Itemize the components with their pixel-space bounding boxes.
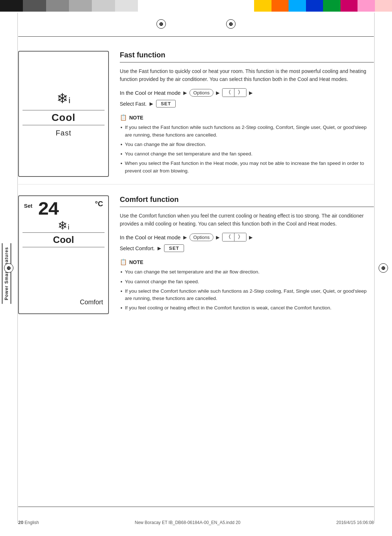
left-vline [17, 13, 18, 523]
footer-page: 20 English [18, 520, 39, 525]
right-vline [374, 13, 375, 523]
comfort-nav-arrows[interactable]: 〈 〉 [222, 233, 246, 241]
fast-nav-arrows[interactable]: 〈 〉 [222, 88, 246, 97]
comfort-step1-arrow3: ▶ [249, 235, 253, 240]
fast-note-icon: 📋 [120, 114, 127, 121]
fast-nav-left[interactable]: 〈 [222, 89, 234, 97]
fast-device-icon: ❄ᵢ [57, 90, 71, 106]
footer-filename: New Boracay ET IB_DB68-06184A-00_EN_A5.i… [135, 520, 240, 525]
reg-mark-left: ⊕ [4, 263, 14, 273]
comfort-note-item-2: You cannot change the fan speed. [120, 278, 374, 285]
comfort-nav-right[interactable]: 〉 [234, 233, 246, 241]
fast-note-title: 📋 NOTE [120, 114, 374, 121]
fast-set-btn[interactable]: SET [156, 100, 176, 107]
footer: 20 English New Boracay ET IB_DB68-06184A… [18, 520, 374, 525]
comfort-step2-label: Select Comfort. [120, 245, 155, 251]
comfort-options-btn[interactable]: Options [189, 234, 214, 241]
comfort-temp: 24 [38, 199, 58, 220]
page-number: 20 [18, 520, 23, 525]
fast-device-box: ❄ᵢ Cool Fast [18, 51, 109, 177]
fast-note-block: 📋 NOTE If you select the Fast function w… [120, 114, 374, 177]
reg-mark-top-right: ⊕ [226, 19, 236, 29]
comfort-set-label: Set [24, 203, 32, 209]
fast-title: Fast function [120, 51, 374, 62]
main-content: ❄ᵢ Cool Fast Fast function Use the Fast … [18, 40, 374, 507]
fast-options-btn[interactable]: Options [189, 89, 214, 97]
comfort-note-block: 📋 NOTE You can change the set temperatur… [120, 259, 374, 314]
comfort-sub: Comfort [80, 299, 103, 306]
fast-section-text: Fast function Use the Fast function to q… [120, 51, 374, 177]
footer-language: English [25, 520, 39, 525]
fast-note-label: NOTE [129, 115, 143, 121]
reg-mark-top-left: ⊕ [156, 19, 166, 29]
comfort-nav-left[interactable]: 〈 [222, 233, 234, 241]
reg-mark-right: ⊕ [378, 263, 388, 273]
bottom-rule [18, 507, 374, 507]
comfort-step2-row: Select Comfort. ▶ SET [120, 244, 374, 252]
comfort-function-section: Set 24 °C ❄ᵢ Cool Comfort Comfort functi… [18, 184, 374, 321]
comfort-step2-arrow: ▶ [158, 245, 161, 251]
fast-desc: Use the Fast function to quickly cool or… [120, 68, 374, 83]
sidebar: Power Smart Features [0, 40, 13, 507]
fast-note-item-2: You can change the air flow direction. [120, 141, 374, 148]
fast-step1-arrow3: ▶ [249, 90, 253, 96]
comfort-step1-label: In the Cool or Heat mode [120, 234, 181, 240]
comfort-celsius: °C [95, 200, 103, 208]
fast-step1-arrow1: ▶ [183, 90, 187, 96]
fast-device-sub: Fast [56, 129, 72, 137]
fast-step1-arrow2: ▶ [216, 90, 220, 96]
comfort-mode: Cool [23, 232, 105, 247]
fast-step2-row: Select Fast. ▶ SET [120, 100, 374, 107]
fast-step1-row: In the Cool or Heat mode ▶ Options ▶ 〈 〉… [120, 88, 374, 97]
fast-step1-label: In the Cool or Heat mode [120, 90, 181, 96]
comfort-note-title: 📋 NOTE [120, 259, 374, 265]
comfort-note-list: You can change the set temperature and t… [120, 268, 374, 312]
fast-function-section: ❄ᵢ Cool Fast Fast function Use the Fast … [18, 40, 374, 184]
footer-date: 2016/4/15 16:06:08 [336, 520, 374, 525]
comfort-step1-arrow2: ▶ [216, 235, 220, 240]
comfort-note-item-1: You can change the set temperature and t… [120, 268, 374, 276]
fast-note-list: If you select the Fast function while su… [120, 124, 374, 175]
top-rule [18, 36, 374, 37]
fast-step2-label: Select Fast. [120, 101, 147, 107]
comfort-note-icon: 📋 [120, 259, 127, 265]
fast-note-item-3: You cannot change the set temperature an… [120, 150, 374, 158]
comfort-note-label: NOTE [129, 259, 143, 265]
comfort-icon: ❄ᵢ [58, 219, 70, 232]
comfort-step1-row: In the Cool or Heat mode ▶ Options ▶ 〈 〉… [120, 233, 374, 241]
comfort-step1-arrow1: ▶ [183, 235, 187, 240]
fast-step2-arrow: ▶ [150, 101, 153, 106]
comfort-set-btn[interactable]: SET [164, 244, 184, 252]
comfort-desc: Use the Comfort function when you feel t… [120, 212, 374, 228]
comfort-note-item-3: If you select the Comfort function while… [120, 288, 374, 302]
fast-device-mode: Cool [23, 110, 105, 125]
fast-nav-right[interactable]: 〉 [234, 89, 246, 97]
comfort-section-text: Comfort function Use the Comfort functio… [120, 195, 374, 314]
comfort-note-item-4: If you feel cooling or heating effect in… [120, 304, 374, 312]
sidebar-label: Power Smart Features [2, 243, 11, 304]
comfort-device-box: Set 24 °C ❄ᵢ Cool Comfort [18, 195, 109, 314]
fast-note-item-1: If you select the Fast function while su… [120, 124, 374, 139]
comfort-title: Comfort function [120, 195, 374, 207]
fast-note-item-4: When you select the Fast function in the… [120, 160, 374, 175]
